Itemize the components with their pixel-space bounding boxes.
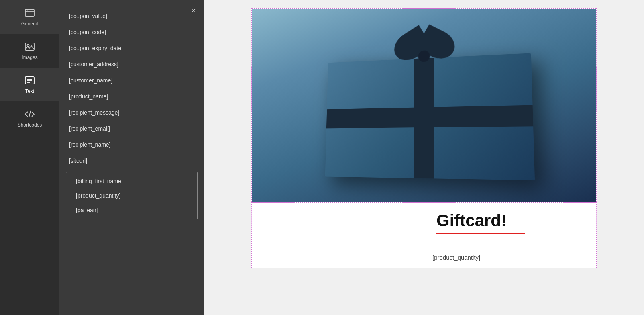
shortcode-item-siteurl[interactable]: [siteurl] <box>59 153 204 169</box>
shortcode-item-recipient-email[interactable]: [recipient_email] <box>59 121 204 137</box>
shortcode-item-customer-name[interactable]: [customer_name] <box>59 72 204 88</box>
giftcard-title: Giftcard! <box>436 211 584 230</box>
sidebar-item-general[interactable]: General <box>0 0 59 34</box>
svg-rect-7 <box>25 77 34 84</box>
sidebar-item-text[interactable]: Text <box>0 68 59 101</box>
shortcode-item-coupon-value[interactable]: [coupon_value] <box>59 8 204 24</box>
svg-rect-0 <box>25 9 34 16</box>
shortcode-group: [billing_first_name] [product_quantity] … <box>66 172 198 219</box>
bottom-left-cell <box>252 202 424 268</box>
bottom-row: Giftcard! [product_quantity] <box>251 202 597 268</box>
shortcode-item-recipient-message[interactable]: [recipient_message] <box>59 104 204 121</box>
giftcard-title-block: Giftcard! <box>424 202 596 246</box>
icon-nav: General Images Text Shortcodes <box>0 0 59 315</box>
shortcode-item-billing-first-name[interactable]: [billing_first_name] <box>66 174 197 188</box>
bottom-right-cell: Giftcard! [product_quantity] <box>424 202 596 268</box>
email-canvas: Giftcard! [product_quantity] <box>251 8 597 268</box>
product-quantity-text: [product_quantity] <box>432 254 480 261</box>
main-area: Giftcard! [product_quantity] <box>204 0 644 315</box>
sidebar-label-images: Images <box>22 55 37 60</box>
image-block-inner <box>252 8 596 202</box>
sidebar-label-text: Text <box>25 88 34 94</box>
svg-point-3 <box>27 10 28 11</box>
shortcode-item-product-name[interactable]: [product_name] <box>59 88 204 104</box>
code-icon <box>24 108 35 120</box>
text-icon <box>24 75 35 86</box>
sidebar-label-shortcodes: Shortcodes <box>18 122 42 128</box>
red-underline <box>436 233 525 234</box>
image-col-left <box>252 8 596 202</box>
browser-icon <box>24 7 35 18</box>
shortcode-item-product-quantity[interactable]: [product_quantity] <box>66 188 197 203</box>
product-quantity-block: [product_quantity] <box>424 247 596 268</box>
image-block <box>251 8 597 202</box>
sidebar-item-shortcodes[interactable]: Shortcodes <box>0 101 59 135</box>
shortcode-item-customer-address[interactable]: [customer_address] <box>59 56 204 72</box>
close-button[interactable]: × <box>189 5 198 17</box>
svg-point-4 <box>29 10 29 11</box>
shortcode-item-coupon-expiry-date[interactable]: [coupon_expiry_date] <box>59 40 204 56</box>
sidebar-label-general: General <box>21 21 39 27</box>
svg-line-11 <box>29 111 31 117</box>
shortcode-item-coupon-code[interactable]: [coupon_code] <box>59 24 204 40</box>
shortcode-list: [coupon_value] [coupon_code] [coupon_exp… <box>59 3 204 227</box>
gift-image <box>252 9 596 202</box>
shortcodes-panel: × [coupon_value] [coupon_code] [coupon_e… <box>59 0 204 315</box>
svg-point-6 <box>27 45 29 47</box>
image-icon <box>24 41 35 52</box>
shortcode-item-recipient-name[interactable]: [recipient_name] <box>59 137 204 153</box>
svg-rect-5 <box>25 43 34 50</box>
canvas-wrapper: Giftcard! [product_quantity] <box>212 8 636 268</box>
sidebar-item-images[interactable]: Images <box>0 34 59 68</box>
shortcode-item-pa-ean[interactable]: [pa_ean] <box>66 203 197 217</box>
